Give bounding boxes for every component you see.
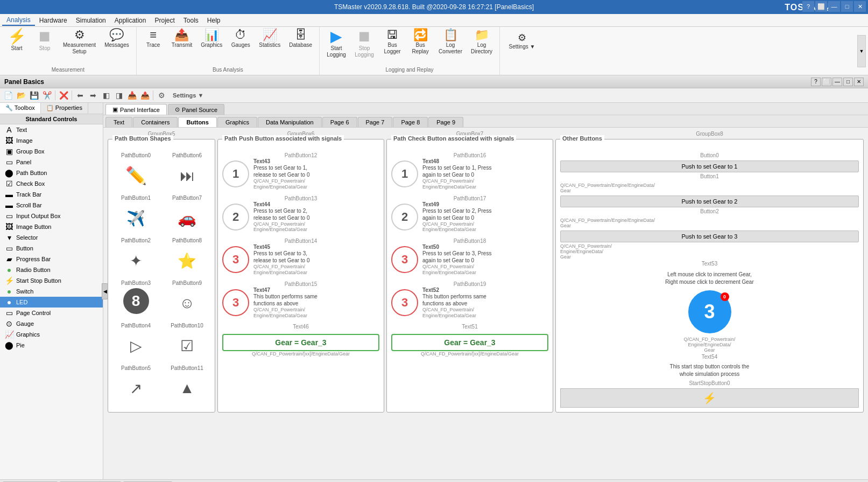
help-btn[interactable]: ? — [802, 1, 814, 12]
panel-maximize-btn[interactable]: □ — [843, 78, 853, 86]
tab-page8[interactable]: Page 8 — [393, 117, 428, 127]
tab-graphics[interactable]: Graphics — [217, 117, 257, 127]
stop-logging-button[interactable]: ⏹ Stop Logging — [351, 26, 378, 68]
close-btn[interactable]: ✕ — [854, 1, 866, 12]
tool-new[interactable]: 📄 — [2, 89, 14, 101]
tool-delete[interactable]: ❌ — [58, 89, 69, 101]
sidebar-collapse-btn[interactable]: ◀ — [102, 283, 108, 299]
pathbutton9-shape[interactable]: ☺ — [172, 288, 202, 318]
sidebar-item-led[interactable]: ●LED — [0, 297, 103, 308]
menu-tools[interactable]: Tools — [179, 16, 203, 25]
stop-button[interactable]: ⏹ Stop — [31, 26, 58, 68]
pathbutton4-shape[interactable]: ▷ — [121, 331, 151, 361]
pathbutton19-circle[interactable]: 3 — [391, 289, 418, 316]
tab-panel-source[interactable]: ⊙ Panel Source — [168, 104, 224, 115]
pathbutton5-shape[interactable]: ↗ — [121, 373, 151, 403]
menu-hardware[interactable]: Hardware — [35, 16, 72, 25]
graphics-button[interactable]: 📊 Graphics — [197, 26, 226, 68]
panel-minimize-btn[interactable]: — — [832, 78, 842, 86]
pathbutton10-shape[interactable]: ☑ — [172, 331, 202, 361]
sidebar-item-trackbar[interactable]: ▬Track Bar — [0, 189, 103, 200]
pathbutton12-circle[interactable]: 1 — [222, 160, 249, 187]
tool-align-right[interactable]: ◨ — [113, 89, 125, 101]
tool-export[interactable]: 📤 — [139, 89, 151, 101]
pathbutton6-shape[interactable]: ⏭ — [172, 160, 202, 191]
pathbutton3-shape[interactable]: 8 — [123, 288, 149, 314]
sidebar-tab-toolbox[interactable]: 🔧 Toolbox — [0, 103, 41, 114]
panel-close-btn[interactable]: ✕ — [854, 78, 864, 86]
measurement-setup-button[interactable]: ⚙ Measurement Setup — [59, 26, 100, 68]
pathbutton11-shape[interactable]: ▲ — [172, 373, 202, 403]
push-gear2-button[interactable]: Push to set Gear to 2 — [560, 195, 859, 207]
tool-forward[interactable]: ➡ — [87, 89, 99, 101]
bus-logger-button[interactable]: 🖫 Bus Logger — [379, 26, 406, 68]
tab-page7[interactable]: Page 7 — [358, 117, 393, 127]
push-gear1-button[interactable]: Push to set Gear to 1 — [560, 160, 859, 172]
log-converter-button[interactable]: 📋 Log Converter — [435, 26, 466, 68]
tool-align-left[interactable]: ◧ — [100, 89, 112, 101]
tool-open[interactable]: 📂 — [15, 89, 27, 101]
push-gear3-button[interactable]: Push to set Gear to 3 — [560, 230, 859, 242]
database-button[interactable]: 🗄 Database — [285, 26, 316, 68]
minimize-btn[interactable]: — — [828, 1, 840, 12]
tab-buttons[interactable]: Buttons — [178, 117, 217, 127]
tab-panel-interface[interactable]: ▣ Panel Interface — [105, 104, 167, 115]
sidebar-item-selector[interactable]: ▾Selector — [0, 232, 103, 243]
tool-save[interactable]: 💾 — [28, 89, 40, 101]
maximize-btn[interactable]: □ — [841, 1, 853, 12]
menu-analysis[interactable]: Analysis — [2, 15, 35, 26]
bus-replay-button[interactable]: 🔁 Bus Replay — [407, 26, 434, 68]
settings-button[interactable]: ⚙ Settings ▼ — [503, 30, 541, 72]
sidebar-item-text[interactable]: AText — [0, 124, 103, 135]
sidebar-item-inputoutput[interactable]: ▭Input Output Box — [0, 211, 103, 221]
pathbutton18-circle[interactable]: 3 — [391, 246, 418, 273]
sidebar-item-panel[interactable]: ▭Panel — [0, 157, 103, 167]
panel-restore-btn[interactable]: ⬜ — [822, 78, 831, 86]
sidebar-item-groupbox[interactable]: ▣Group Box — [0, 146, 103, 157]
sidebar-item-checkbox[interactable]: ☑Check Box — [0, 178, 103, 189]
tab-containers[interactable]: Containers — [133, 117, 178, 127]
menu-help[interactable]: Help — [203, 16, 225, 25]
sidebar-item-radiobutton[interactable]: ●Radio Button — [0, 264, 103, 275]
start-button[interactable]: ⚡ Start — [3, 26, 30, 68]
messages-button[interactable]: 💬 Messages — [101, 26, 133, 68]
sidebar-item-startstop[interactable]: ⚡Start Stop Button — [0, 275, 103, 286]
pathbutton17-circle[interactable]: 2 — [391, 204, 418, 230]
sidebar-item-pagecontrol[interactable]: ▭Page Control — [0, 308, 103, 318]
pathbutton2-shape[interactable]: ✦ — [121, 246, 151, 276]
sidebar-item-image[interactable]: 🖼Image — [0, 135, 103, 146]
pathbutton8-shape[interactable]: ⭐ — [172, 246, 202, 276]
trace-button[interactable]: ≡ Trace — [140, 26, 167, 68]
tab-page6[interactable]: Page 6 — [322, 117, 357, 127]
sidebar-item-imagebutton[interactable]: 🖼Image Button — [0, 221, 103, 232]
transmit-button[interactable]: 📤 Transmit — [168, 26, 196, 68]
sidebar-item-scrollbar[interactable]: ▬Scroll Bar — [0, 200, 103, 211]
tool-import[interactable]: 📥 — [126, 89, 138, 101]
sidebar-item-gauge[interactable]: ⊙Gauge — [0, 318, 103, 329]
pathbutton1-shape[interactable]: ✈️ — [121, 203, 151, 233]
pathbutton14-circle[interactable]: 3 — [222, 246, 249, 273]
statistics-button[interactable]: 📈 Statistics — [255, 26, 284, 68]
menu-project[interactable]: Project — [150, 16, 179, 25]
big-circle-btn[interactable]: 3 0 — [688, 290, 731, 333]
menu-simulation[interactable]: Simulation — [72, 16, 110, 25]
gauges-button[interactable]: ⏱ Gauges — [227, 26, 254, 68]
tab-data-manipulation[interactable]: Data Manipulation — [258, 117, 322, 127]
toolbar-scroll-right[interactable]: ▼ — [857, 35, 866, 67]
panel-help-btn[interactable]: ? — [811, 78, 821, 86]
sidebar-item-button[interactable]: ▭Button — [0, 243, 103, 254]
sidebar-tab-properties[interactable]: 📋 Properties — [41, 103, 88, 114]
pathbutton0-shape[interactable]: ✏️ — [121, 160, 151, 191]
tool-cut[interactable]: ✂️ — [41, 89, 53, 101]
pathbutton13-circle[interactable]: 2 — [222, 204, 249, 230]
tool-back[interactable]: ⬅ — [74, 89, 86, 101]
restore-btn[interactable]: ⬜ — [815, 1, 827, 12]
pathbutton7-shape[interactable]: 🚗 — [172, 203, 202, 233]
pathbutton15-circle[interactable]: 3 — [222, 289, 249, 316]
sidebar-item-pie[interactable]: ⬤Pie — [0, 340, 103, 351]
pathbutton16-circle[interactable]: 1 — [391, 160, 418, 187]
tool-settings[interactable]: ⚙ — [156, 89, 167, 101]
sidebar-item-graphics[interactable]: 📈Graphics — [0, 329, 103, 340]
tab-page9[interactable]: Page 9 — [428, 117, 463, 127]
startstop-button[interactable]: ⚡ — [560, 388, 859, 408]
